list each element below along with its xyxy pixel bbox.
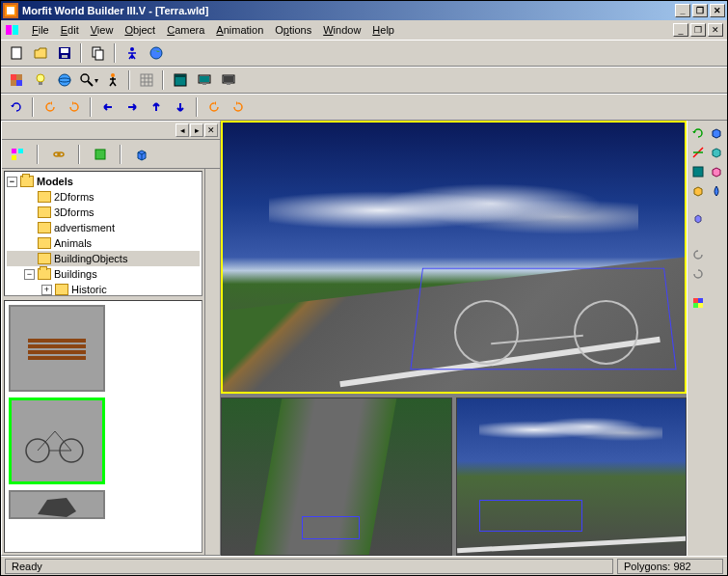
svg-rect-22 — [141, 74, 152, 86]
puzzle-icon[interactable] — [689, 294, 707, 312]
tree-item-advertisment[interactable]: advertisment — [7, 220, 200, 235]
app-icon — [3, 3, 18, 18]
tree-root[interactable]: − Models — [7, 174, 200, 189]
refresh-button[interactable] — [5, 96, 27, 118]
person-move-button[interactable] — [101, 69, 123, 91]
svg-rect-28 — [175, 74, 186, 77]
mdi-icon[interactable] — [5, 22, 20, 38]
svg-line-20 — [88, 81, 93, 86]
globe-tool-button[interactable] — [53, 69, 75, 91]
tree-item-3dforms[interactable]: 3Dforms — [7, 205, 200, 220]
viewport-top[interactable] — [221, 398, 452, 556]
menu-options[interactable]: Options — [269, 22, 317, 38]
svg-line-48 — [55, 431, 71, 451]
svg-rect-2 — [6, 25, 12, 35]
frame-icon[interactable] — [89, 144, 111, 165]
thumbnail-panel — [4, 300, 202, 553]
monitor-1-button[interactable] — [193, 69, 215, 91]
svg-rect-56 — [698, 303, 703, 308]
arrow-up-button[interactable] — [145, 96, 167, 118]
arrow-right-button[interactable] — [121, 96, 143, 118]
menu-file[interactable]: File — [26, 22, 55, 38]
menu-edit[interactable]: Edit — [55, 22, 85, 38]
toolbar-tools: ▾ — [1, 67, 727, 94]
close-button[interactable]: ✕ — [710, 4, 725, 17]
axis-red-icon[interactable] — [689, 144, 707, 161]
cube-blue-icon[interactable] — [709, 124, 726, 142]
thumb-bench[interactable] — [9, 305, 105, 392]
folder-icon — [38, 268, 51, 280]
status-ready: Ready — [5, 559, 613, 574]
menu-object[interactable]: Object — [119, 22, 161, 38]
rotate-ccw-button[interactable] — [39, 96, 61, 118]
bicycle-object[interactable] — [454, 284, 639, 365]
tree-scrollbar[interactable] — [204, 169, 220, 298]
tree-item-buildings[interactable]: −Buildings — [7, 266, 200, 282]
grid-teal-icon[interactable] — [689, 163, 707, 180]
redo-icon[interactable] — [689, 265, 707, 283]
arrow-down-button[interactable] — [169, 96, 191, 118]
folder-icon — [38, 237, 51, 249]
viewports — [221, 121, 687, 556]
arrow-left-button[interactable] — [96, 96, 119, 118]
drop-blue-icon[interactable] — [709, 182, 726, 200]
accessibility-button[interactable] — [121, 42, 143, 64]
panel-close-button[interactable]: ✕ — [204, 123, 218, 137]
maximize-button[interactable]: ❐ — [692, 4, 708, 17]
expander-icon[interactable]: − — [24, 269, 35, 280]
mdi-close-button[interactable]: ✕ — [708, 23, 723, 37]
svg-rect-41 — [28, 339, 86, 343]
tree-item-historic[interactable]: +Historic — [7, 282, 200, 296]
cube-small-icon[interactable] — [689, 209, 707, 227]
rotate-ccw-2-button[interactable] — [202, 96, 225, 118]
viewport-side[interactable] — [456, 398, 688, 556]
svg-point-39 — [58, 152, 64, 156]
copy-button[interactable] — [87, 42, 109, 64]
svg-point-11 — [150, 47, 162, 59]
folder-icon — [20, 176, 34, 187]
expander-icon[interactable]: + — [41, 285, 52, 295]
thumb-bicycle[interactable] — [9, 398, 105, 484]
minimize-button[interactable]: _ — [675, 4, 690, 17]
mdi-restore-button[interactable]: ❐ — [690, 23, 706, 37]
svg-point-10 — [130, 47, 134, 51]
thumb-rock[interactable] — [9, 490, 105, 519]
globe-button[interactable] — [145, 42, 167, 64]
svg-rect-13 — [11, 74, 16, 80]
menu-view[interactable]: View — [85, 22, 120, 38]
cube-yellow-icon[interactable] — [689, 182, 707, 200]
monitor-2-button[interactable] — [217, 69, 239, 91]
tree-item-2dforms[interactable]: 2Dforms — [7, 189, 200, 205]
menu-camera[interactable]: Camera — [161, 22, 210, 38]
panel-button[interactable] — [169, 69, 191, 91]
panel-prev-button[interactable]: ◂ — [175, 123, 189, 137]
thumbs-scrollbar[interactable] — [204, 298, 220, 555]
squares-icon[interactable] — [6, 144, 28, 165]
undo-icon[interactable] — [689, 246, 707, 263]
menu-window[interactable]: Window — [317, 22, 366, 38]
texture-button[interactable] — [5, 69, 27, 91]
panel-next-button[interactable]: ▸ — [190, 123, 203, 137]
cube-pink-icon[interactable] — [709, 163, 726, 180]
new-file-button[interactable] — [5, 42, 27, 64]
zoom-button[interactable]: ▾ — [77, 69, 99, 91]
cube-icon[interactable] — [130, 144, 152, 165]
link-icon[interactable] — [47, 144, 69, 165]
expander-icon[interactable]: − — [7, 177, 17, 187]
svg-rect-1 — [7, 7, 14, 14]
rotate-cw-2-button[interactable] — [227, 96, 249, 118]
lightbulb-button[interactable] — [29, 69, 51, 91]
viewport-main[interactable] — [221, 121, 687, 394]
save-file-button[interactable] — [53, 42, 75, 64]
menu-animation[interactable]: Animation — [210, 22, 269, 38]
menu-help[interactable]: Help — [366, 22, 400, 38]
open-file-button[interactable] — [29, 42, 51, 64]
model-tree[interactable]: − Models 2Dforms3DformsadvertismentAnima… — [4, 171, 202, 296]
grid-button[interactable] — [135, 69, 157, 91]
mdi-minimize-button[interactable]: _ — [673, 23, 688, 37]
rotate-cw-button[interactable] — [63, 96, 85, 118]
rotate-3d-icon[interactable] — [689, 124, 707, 142]
cube-aqua-icon[interactable] — [709, 144, 726, 161]
tree-item-animals[interactable]: Animals — [7, 235, 200, 251]
tree-item-buildingobjects[interactable]: BuildingObjects — [7, 251, 200, 266]
